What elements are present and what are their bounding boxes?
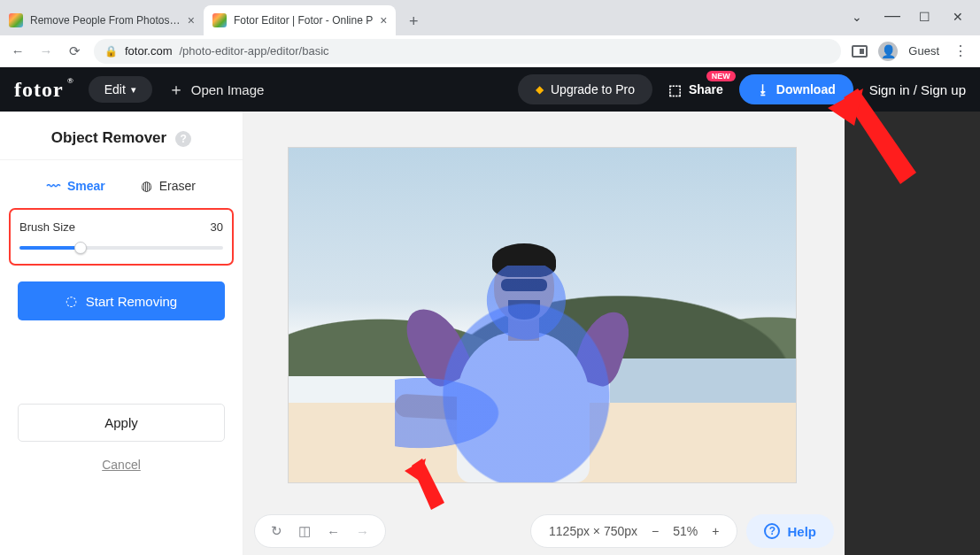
url-field[interactable]: 🔒 fotor.com/photo-editor-app/editor/basi… xyxy=(94,39,841,64)
apply-button[interactable]: Apply xyxy=(18,404,225,442)
tab-favicon xyxy=(212,13,227,27)
right-dark-strip xyxy=(845,112,980,555)
brush-size-slider[interactable] xyxy=(19,246,223,250)
window-controls: ⌄ ― ☐ ✕ xyxy=(851,10,980,35)
canvas-dimensions: 1125px × 750px xyxy=(549,524,637,538)
profile-label: Guest xyxy=(908,44,939,58)
tab-label: Eraser xyxy=(159,179,196,193)
compare-icon[interactable]: ◫ xyxy=(298,523,311,539)
zoom-controls: 1125px × 750px − 51% + xyxy=(530,514,737,548)
panel-title: Object Remover xyxy=(51,129,166,147)
url-domain: fotor.com xyxy=(125,44,172,58)
browser-tab[interactable]: Fotor Editor | Fotor - Online P × xyxy=(204,5,396,35)
maximize-icon[interactable]: ☐ xyxy=(918,10,930,28)
brush-size-value: 30 xyxy=(211,220,223,234)
browser-tab[interactable]: Remove People From Photos O × xyxy=(0,5,204,35)
back-icon[interactable]: ← xyxy=(9,43,27,58)
profile-avatar-icon[interactable]: 👤 xyxy=(878,42,898,61)
kebab-menu-icon[interactable]: ⋮ xyxy=(950,42,971,59)
smear-icon: 〰 xyxy=(47,179,60,194)
tab-title: Remove People From Photos O xyxy=(30,14,181,27)
close-icon[interactable]: ✕ xyxy=(952,10,964,28)
canvas-area: ↻ ◫ ← → 1125px × 750px − 51% + ? Help xyxy=(243,112,980,555)
tab-eraser[interactable]: ◍ Eraser xyxy=(141,178,196,194)
undo-icon[interactable]: ← xyxy=(327,524,340,539)
edit-label: Edit xyxy=(104,82,126,96)
help-label: Help xyxy=(787,524,816,539)
start-removing-label: Start Removing xyxy=(86,294,177,309)
download-icon: ⭳ xyxy=(757,82,769,96)
tab-label: Smear xyxy=(67,179,105,193)
zoom-in-button[interactable]: + xyxy=(712,524,719,538)
smear-selection-overlay xyxy=(395,266,643,482)
share-icon: ⬚ xyxy=(668,81,682,98)
slider-fill xyxy=(19,246,81,250)
upgrade-button[interactable]: ◆ Upgrade to Pro xyxy=(518,74,652,104)
chevron-down-icon[interactable]: ⌄ xyxy=(851,10,863,28)
image-canvas[interactable] xyxy=(288,147,797,483)
slider-thumb[interactable] xyxy=(74,242,87,254)
cancel-link[interactable]: Cancel xyxy=(0,458,243,472)
eraser-icon: ◍ xyxy=(141,178,152,194)
signin-link[interactable]: Sign in / Sign up xyxy=(869,82,966,97)
open-image-label: Open Image xyxy=(191,82,265,97)
workspace: Object Remover ? 〰 Smear ◍ Eraser Brush … xyxy=(0,112,980,555)
app-header: fotor Edit ▾ ＋ Open Image ◆ Upgrade to P… xyxy=(0,67,980,112)
tab-smear[interactable]: 〰 Smear xyxy=(47,178,105,194)
open-image-button[interactable]: ＋ Open Image xyxy=(168,79,265,100)
edit-menu-button[interactable]: Edit ▾ xyxy=(89,76,152,103)
help-icon[interactable]: ? xyxy=(175,131,191,147)
new-badge: NEW xyxy=(706,71,736,81)
extensions-icon[interactable] xyxy=(852,45,868,58)
minimize-icon[interactable]: ― xyxy=(884,6,897,25)
help-icon: ? xyxy=(764,523,780,539)
diamond-icon: ◆ xyxy=(536,83,544,96)
download-label: Download xyxy=(776,82,836,96)
new-tab-button[interactable]: + xyxy=(401,9,426,34)
zoom-percent: 51% xyxy=(673,524,698,538)
share-label: Share xyxy=(689,82,723,96)
canvas-bottom-bar: ↻ ◫ ← → 1125px × 750px − 51% + ? Help xyxy=(254,513,834,550)
browser-tab-strip: Remove People From Photos O × Fotor Edit… xyxy=(0,0,980,35)
forward-icon: → xyxy=(37,43,55,58)
redo-icon[interactable]: → xyxy=(356,524,369,539)
plus-icon: ＋ xyxy=(168,79,184,100)
panel-title-row: Object Remover ? xyxy=(0,112,243,160)
brush-size-label: Brush Size xyxy=(19,220,75,234)
reload-icon[interactable]: ⟳ xyxy=(66,43,83,59)
browser-address-bar: ← → ⟳ 🔒 fotor.com/photo-editor-app/edito… xyxy=(0,35,980,67)
logo[interactable]: fotor xyxy=(14,78,73,102)
lock-icon: 🔒 xyxy=(104,45,118,58)
close-icon[interactable]: × xyxy=(188,13,195,27)
eraser-icon: ◌ xyxy=(66,293,77,309)
help-button[interactable]: ? Help xyxy=(746,514,834,548)
rotate-icon[interactable]: ↻ xyxy=(271,523,282,539)
tab-title: Fotor Editor | Fotor - Online P xyxy=(234,14,373,27)
share-button[interactable]: ⬚ Share NEW xyxy=(668,81,723,98)
close-icon[interactable]: × xyxy=(380,13,387,27)
url-path: /photo-editor-app/editor/basic xyxy=(179,44,328,58)
tool-tabs: 〰 Smear ◍ Eraser xyxy=(0,160,243,208)
history-controls: ↻ ◫ ← → xyxy=(254,514,386,548)
start-removing-button[interactable]: ◌ Start Removing xyxy=(18,281,225,320)
chevron-down-icon: ▾ xyxy=(131,84,136,96)
left-panel: Object Remover ? 〰 Smear ◍ Eraser Brush … xyxy=(0,112,243,555)
tab-favicon xyxy=(9,13,23,27)
brush-size-box: Brush Size 30 xyxy=(9,208,234,266)
upgrade-label: Upgrade to Pro xyxy=(551,82,635,96)
download-button[interactable]: ⭳ Download xyxy=(739,74,853,104)
zoom-out-button[interactable]: − xyxy=(652,524,659,538)
